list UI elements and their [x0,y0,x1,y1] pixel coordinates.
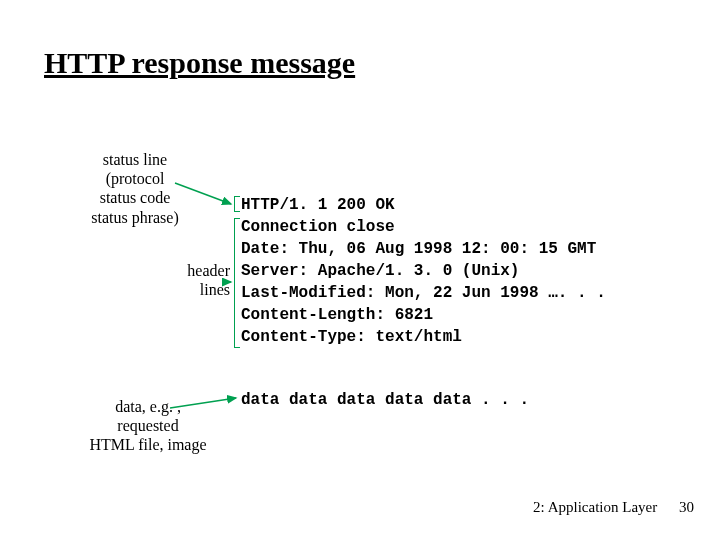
slide-footer: 2: Application Layer 30 [533,499,694,516]
footer-chapter: 2: Application Layer [533,499,657,515]
arrow-status [0,0,720,540]
svg-line-2 [170,398,236,408]
svg-line-0 [175,183,231,204]
footer-page-number: 30 [679,499,694,515]
